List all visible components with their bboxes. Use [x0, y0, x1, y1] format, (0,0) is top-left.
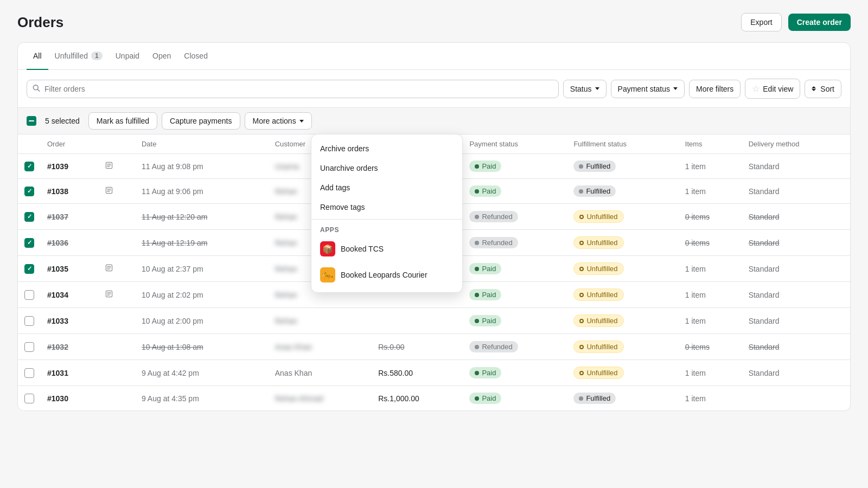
- note-icon: [105, 186, 113, 195]
- tab-unfulfilled[interactable]: Unfulfilled1: [48, 43, 109, 70]
- status-filter-button[interactable]: Status: [563, 80, 607, 98]
- order-number-1032[interactable]: #1032: [47, 343, 68, 351]
- table-row: #10319 Aug at 4:42 pmAnas KhanRs.580.00P…: [18, 360, 850, 386]
- order-date-1035: 10 Aug at 2:37 pm: [135, 256, 269, 282]
- order-number-1035[interactable]: #1035: [47, 265, 68, 273]
- order-number-1031[interactable]: #1031: [47, 369, 68, 377]
- sort-button[interactable]: Sort: [805, 80, 841, 98]
- order-number-1034[interactable]: #1034: [47, 291, 68, 299]
- order-delivery-1030: [742, 386, 850, 411]
- dropdown-item-archive[interactable]: Archive orders: [311, 139, 462, 158]
- tab-unfulfilled-badge: 1: [91, 52, 103, 60]
- note-icon: [105, 161, 113, 170]
- order-items-1036: 0 items: [679, 230, 742, 256]
- dropdown-item-add_tags[interactable]: Add tags: [311, 178, 462, 197]
- tab-closed[interactable]: Closed: [177, 43, 214, 70]
- status-ring: [579, 371, 584, 375]
- more-actions-button[interactable]: More actions: [245, 112, 312, 130]
- search-wrapper: [27, 80, 559, 98]
- order-customer-1032: Anas Khan: [269, 334, 372, 360]
- payment-status-1037: Refunded: [469, 211, 518, 222]
- edit-view-button[interactable]: ☆ Edit view: [745, 79, 800, 99]
- order-delivery-1031: Standard: [742, 360, 850, 386]
- more-filters-button[interactable]: More filters: [689, 80, 741, 98]
- order-items-1035: 1 item: [679, 256, 742, 282]
- payment-status-1039: Paid: [469, 160, 501, 172]
- table-row: #10309 Aug at 4:35 pmRehan AhmadRs.1,000…: [18, 386, 850, 411]
- status-dot: [475, 396, 479, 401]
- order-delivery-1033: Standard: [742, 308, 850, 334]
- payment-status-1036: Refunded: [469, 237, 518, 248]
- order-items-1030: 1 item: [679, 386, 742, 411]
- status-dot: [475, 345, 479, 349]
- toolbar: Status Payment status More filters ☆ Edi…: [18, 70, 850, 107]
- tab-open[interactable]: Open: [146, 43, 177, 70]
- order-delivery-1039: Standard: [742, 154, 850, 179]
- search-input[interactable]: [27, 80, 559, 98]
- tab-unpaid[interactable]: Unpaid: [109, 43, 146, 70]
- bulk-select-checkbox[interactable]: [27, 116, 36, 126]
- fulfillment-status-1033: Unfulfilled: [573, 314, 623, 327]
- payment-status-1034: Paid: [469, 289, 501, 300]
- fulfillment-status-1036: Unfulfilled: [573, 236, 623, 249]
- order-delivery-1038: Standard: [742, 179, 850, 204]
- star-icon: ☆: [752, 84, 760, 94]
- capture-payments-button[interactable]: Capture payments: [162, 112, 240, 130]
- order-checkbox-1033[interactable]: [24, 316, 34, 326]
- page-title: Orders: [17, 14, 63, 31]
- dropdown-divider: [311, 219, 462, 220]
- tab-all[interactable]: All: [27, 43, 48, 70]
- order-number-1030[interactable]: #1030: [47, 394, 68, 403]
- order-amount-1032: Rs.0.00: [372, 334, 463, 360]
- order-items-1039: 1 item: [679, 154, 742, 179]
- status-ring: [579, 319, 584, 323]
- order-delivery-1035: Standard: [742, 256, 850, 282]
- order-checkbox-1038[interactable]: ✓: [24, 187, 34, 196]
- fulfillment-status-1038: Fulfilled: [573, 185, 616, 197]
- order-items-1038: 1 item: [679, 179, 742, 204]
- sort-icon: [812, 86, 816, 91]
- order-checkbox-1034[interactable]: [24, 290, 34, 300]
- status-dot: [579, 164, 583, 169]
- status-dot: [475, 371, 479, 375]
- order-amount-1031: Rs.580.00: [372, 360, 463, 386]
- mark-fulfilled-button[interactable]: Mark as fulfilled: [88, 112, 157, 130]
- order-checkbox-1035[interactable]: ✓: [24, 264, 34, 274]
- export-button[interactable]: Export: [741, 13, 781, 31]
- order-checkbox-1032[interactable]: [24, 342, 34, 352]
- tabs-bar: AllUnfulfilled1UnpaidOpenClosed: [18, 43, 850, 70]
- payment-status-filter-button[interactable]: Payment status: [611, 80, 685, 98]
- status-dot: [475, 319, 479, 323]
- order-checkbox-1036[interactable]: ✓: [24, 238, 34, 248]
- fulfillment-status-1031: Unfulfilled: [573, 367, 623, 379]
- order-number-1038[interactable]: #1038: [47, 187, 68, 196]
- order-items-1032: 0 items: [679, 334, 742, 360]
- dropdown-item-unarchive[interactable]: Unarchive orders: [311, 158, 462, 178]
- order-customer-1031: Anas Khan: [269, 360, 372, 386]
- status-dot: [475, 189, 479, 194]
- order-amount-1030: Rs.1,000.00: [372, 386, 463, 411]
- order-checkbox-1039[interactable]: ✓: [24, 162, 34, 171]
- create-order-button[interactable]: Create order: [788, 14, 851, 31]
- order-checkbox-1037[interactable]: ✓: [24, 212, 34, 222]
- order-date-1033: 10 Aug at 2:00 pm: [135, 308, 269, 334]
- dropdown-item-remove_tags[interactable]: Remove tags: [311, 197, 462, 217]
- order-number-1033[interactable]: #1033: [47, 317, 68, 325]
- fulfillment-status-1030: Fulfilled: [573, 393, 616, 404]
- chevron-down-icon: [595, 87, 599, 90]
- fulfillment-status-1032: Unfulfilled: [573, 341, 623, 353]
- order-number-1037[interactable]: #1037: [47, 213, 68, 221]
- order-amount-1033: [372, 308, 463, 334]
- dropdown-app-tcs[interactable]: 📦Booked TCS: [311, 236, 462, 262]
- payment-status-1032: Refunded: [469, 341, 518, 352]
- dropdown-app-leopards[interactable]: 🐆Booked Leopards Courier: [311, 262, 462, 288]
- selected-count: 5 selected: [41, 117, 84, 125]
- bulk-action-bar: 5 selected Mark as fulfilled Capture pay…: [18, 107, 850, 134]
- order-number-1039[interactable]: #1039: [47, 162, 68, 171]
- order-delivery-1036: Standard: [742, 230, 850, 256]
- order-checkbox-1031[interactable]: [24, 368, 34, 378]
- order-customer-1033: Rehan: [269, 308, 372, 334]
- order-number-1036[interactable]: #1036: [47, 239, 68, 247]
- order-checkbox-1030[interactable]: [24, 394, 34, 403]
- page-header: Orders Export Create order: [17, 13, 851, 31]
